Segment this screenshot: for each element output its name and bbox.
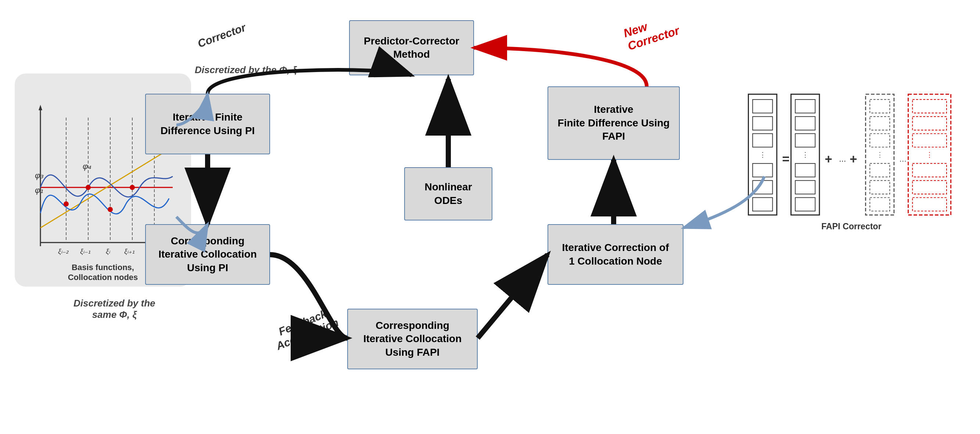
svg-rect-53 [870, 198, 889, 211]
svg-text:φ₄: φ₄ [83, 162, 91, 171]
svg-text:φ₃: φ₃ [35, 171, 44, 180]
collocation-pi-box: CorrespondingIterative CollocationUsing … [145, 224, 270, 285]
predictor-corrector-box: Predictor-Corrector Method [349, 20, 474, 75]
diagram-container: φ₃ φ₁ φ₂ φ₄ ξᵢ₋₂ ξᵢ₋₁ ξᵢ ξᵢ₊₁ ξᵢ₊₂ Basis… [0, 0, 980, 434]
svg-text:φ₁: φ₁ [35, 186, 43, 195]
iterative-correction-label: Iterative Correction of1 Collocation Nod… [562, 241, 669, 268]
svg-rect-62 [912, 198, 947, 211]
svg-rect-52 [870, 180, 889, 194]
iterative-fd-fapi-label: IterativeFinite Difference UsingFAPI [558, 103, 670, 143]
svg-rect-57 [912, 116, 947, 130]
svg-text:ξᵢ₋₂: ξᵢ₋₂ [58, 247, 69, 255]
svg-rect-33 [752, 198, 772, 211]
iterative-fd-pi-box: Iterative FiniteDifference Using PI [145, 94, 270, 154]
iterative-fd-pi-label: Iterative FiniteDifference Using PI [161, 111, 255, 137]
svg-rect-36 [795, 100, 815, 113]
fapi-corrector-matrix: ⋮ = ⋮ + ··· + ⋮ [745, 84, 958, 239]
svg-text:+: + [825, 152, 832, 166]
svg-text:Collocation nodes: Collocation nodes [68, 273, 138, 282]
svg-rect-27 [752, 100, 772, 113]
svg-text:···: ··· [839, 156, 846, 165]
svg-line-70 [478, 255, 547, 338]
svg-text:···: ··· [899, 156, 907, 165]
svg-rect-49 [870, 134, 889, 147]
svg-rect-60 [912, 164, 947, 177]
svg-text:+: + [850, 152, 857, 166]
svg-text:=: = [782, 152, 790, 166]
collocation-fapi-label: CorrespondingIterative CollocationUsing … [363, 319, 462, 359]
svg-text:ξᵢ: ξᵢ [106, 247, 111, 255]
iterative-correction-box: Iterative Correction of1 Collocation Nod… [547, 224, 684, 285]
collocation-pi-label: CorrespondingIterative CollocationUsing … [158, 234, 257, 275]
svg-point-11 [64, 201, 69, 207]
svg-text:FAPI Corrector: FAPI Corrector [821, 222, 881, 231]
svg-marker-3 [38, 105, 42, 110]
svg-text:⋮: ⋮ [926, 151, 933, 159]
predictor-corrector-label: Predictor-Corrector Method [356, 35, 468, 61]
svg-text:ξᵢ₋₁: ξᵢ₋₁ [80, 247, 91, 255]
nonlinear-odes-label: NonlinearODEs [425, 180, 472, 207]
svg-text:⋮: ⋮ [802, 151, 809, 159]
discretized-same-phi-label: Discretized by thesame Φ, ξ [73, 298, 156, 320]
svg-rect-40 [795, 164, 815, 177]
svg-rect-41 [795, 180, 815, 194]
svg-rect-32 [752, 180, 772, 194]
svg-text:ξᵢ₊₁: ξᵢ₊₁ [124, 247, 135, 255]
new-corrector-label: NewCorrector [622, 11, 681, 53]
svg-rect-58 [912, 134, 947, 147]
svg-rect-37 [795, 116, 815, 130]
discretized-phi-xi-label: Discretized by the Φ, ξ [195, 64, 296, 76]
svg-rect-51 [870, 164, 889, 177]
svg-rect-47 [870, 100, 889, 113]
nonlinear-odes-box: NonlinearODEs [404, 167, 492, 221]
svg-rect-48 [870, 116, 889, 130]
svg-rect-31 [752, 164, 772, 177]
collocation-fapi-box: CorrespondingIterative CollocationUsing … [347, 309, 478, 369]
svg-point-12 [86, 185, 91, 190]
svg-rect-61 [912, 180, 947, 194]
svg-rect-28 [752, 116, 772, 130]
feedback-acceleration-label: FeedbackAcceleration [270, 305, 340, 353]
svg-point-13 [108, 207, 113, 212]
iterative-fd-fapi-box: IterativeFinite Difference UsingFAPI [547, 86, 680, 160]
svg-rect-42 [795, 198, 815, 211]
svg-point-14 [130, 185, 135, 190]
svg-text:Basis functions,: Basis functions, [72, 263, 134, 272]
svg-rect-29 [752, 134, 772, 147]
svg-text:⋮: ⋮ [759, 151, 766, 159]
svg-rect-38 [795, 134, 815, 147]
svg-rect-56 [912, 100, 947, 113]
corrector-label: Corrector [196, 21, 247, 50]
svg-text:⋮: ⋮ [877, 151, 883, 159]
